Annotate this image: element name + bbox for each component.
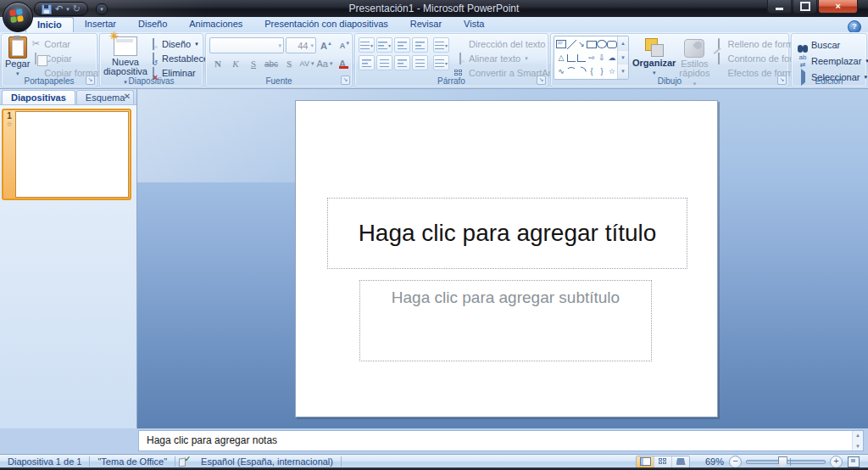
slideshow-icon: [676, 458, 686, 465]
align-center-button[interactable]: [376, 55, 392, 70]
window-title: Presentación1 - Microsoft PowerPoint: [0, 3, 868, 14]
transition-star-icon[interactable]: ☆: [6, 120, 12, 128]
notes-scroll-down-icon[interactable]: ▼: [853, 442, 863, 450]
shape-rounded-rectangle-icon[interactable]: [607, 37, 617, 51]
align-right-button[interactable]: [394, 55, 410, 70]
bold-button[interactable]: N: [209, 56, 226, 71]
layout-button[interactable]: Diseño: [147, 37, 212, 50]
find-button[interactable]: Buscar: [797, 38, 868, 51]
tab-vista[interactable]: Vista: [453, 17, 495, 32]
paste-button[interactable]: Pegar ▾: [5, 34, 30, 78]
line-spacing-button[interactable]: ▾: [433, 37, 449, 53]
undo-icon[interactable]: ↶: [55, 3, 63, 14]
subtitle-placeholder[interactable]: Haga clic para agregar subtítulo: [359, 280, 652, 361]
italic-button[interactable]: K: [227, 56, 244, 71]
status-theme[interactable]: "Tema de Office": [90, 456, 175, 467]
fit-to-window-button[interactable]: [848, 456, 860, 467]
tab-presentacion[interactable]: Presentación con diapositivas: [253, 17, 399, 32]
zoom-slider[interactable]: [746, 460, 826, 464]
align-text-icon: [454, 53, 466, 64]
tab-diseno[interactable]: Diseño: [127, 17, 178, 32]
decrease-indent-button[interactable]: [394, 37, 410, 53]
grow-font-button[interactable]: A▲: [318, 38, 335, 53]
save-icon[interactable]: [42, 4, 52, 14]
character-spacing-button[interactable]: AV: [298, 56, 315, 71]
shapes-scroll-down-icon[interactable]: ▼: [618, 51, 628, 65]
new-slide-icon: [114, 36, 137, 56]
copy-button[interactable]: Copiar: [30, 52, 106, 64]
tab-revisar[interactable]: Revisar: [399, 17, 453, 32]
align-text-button[interactable]: Alinear texto: [454, 52, 561, 64]
bullets-button[interactable]: ▾: [359, 37, 375, 53]
justify-button[interactable]: [412, 55, 428, 70]
slide-canvas[interactable]: Haga clic para agregar título Haga clic …: [295, 100, 718, 417]
shape-rectangle-icon[interactable]: [587, 37, 597, 51]
spellcheck-icon[interactable]: [179, 457, 190, 466]
zoom-level[interactable]: 69%: [695, 456, 724, 467]
shape-down-arrow-icon[interactable]: ⇩: [597, 51, 607, 64]
status-slide-info[interactable]: Diapositiva 1 de 1: [0, 456, 89, 467]
minimize-button[interactable]: [767, 0, 792, 14]
shapes-gallery-scrollbar[interactable]: ▲ ▼ ▼: [617, 36, 628, 79]
parrafo-dialog-launcher-icon[interactable]: ↘: [537, 76, 546, 85]
shape-elbow-connector-icon[interactable]: [566, 51, 576, 64]
shape-line-icon[interactable]: [566, 37, 576, 51]
change-case-button[interactable]: Aa: [316, 56, 333, 71]
tab-animaciones[interactable]: Animaciones: [178, 17, 253, 32]
zoom-out-button[interactable]: −: [729, 456, 742, 468]
align-left-button[interactable]: [359, 55, 375, 70]
replace-button[interactable]: ab⇄ Reemplazar: [797, 54, 868, 67]
arrange-button[interactable]: Organizar ▾: [632, 34, 676, 77]
font-color-button[interactable]: A: [334, 56, 351, 70]
title-placeholder[interactable]: Haga clic para agregar título: [327, 198, 687, 269]
replace-icon: ab⇄: [797, 53, 809, 69]
shape-elbow-arrow-icon[interactable]: [576, 51, 587, 64]
reset-button[interactable]: Restablecer: [147, 52, 212, 64]
redo-icon[interactable]: ↻: [73, 3, 81, 14]
slide-thumbnail-1[interactable]: 1 ☆: [2, 109, 131, 200]
view-shortcuts: [636, 456, 690, 468]
text-shadow-button[interactable]: S: [281, 56, 298, 71]
tab-diapositivas-panel[interactable]: Diapositivas: [2, 90, 75, 104]
cut-icon: ✂: [30, 38, 42, 49]
normal-view-button[interactable]: [637, 456, 654, 467]
office-button[interactable]: [3, 2, 33, 32]
office-logo-icon: [9, 8, 25, 24]
font-name-combobox[interactable]: ▾: [209, 37, 284, 53]
dibujo-dialog-launcher-icon[interactable]: ↘: [777, 76, 787, 85]
undo-dropdown-icon[interactable]: ▾: [66, 6, 70, 13]
strikethrough-button[interactable]: abc: [263, 56, 280, 71]
shape-arrow-line-icon[interactable]: ↘: [576, 37, 587, 51]
shrink-font-button[interactable]: A▼: [337, 38, 353, 53]
shape-triangle-icon[interactable]: △: [556, 51, 566, 64]
shapes-gallery[interactable]: ↘ △ ⇨ ⇩ ☁ ∿ { }: [554, 36, 629, 80]
arrange-icon: [645, 38, 664, 57]
slide-sorter-view-button[interactable]: [654, 456, 672, 467]
shape-textbox-icon[interactable]: [556, 37, 566, 51]
underline-button[interactable]: S: [245, 56, 262, 71]
customize-qat-icon[interactable]: ▾: [96, 3, 108, 15]
columns-button[interactable]: ▾: [433, 55, 449, 70]
shapes-scroll-up-icon[interactable]: ▲: [618, 36, 628, 51]
increase-indent-button[interactable]: [412, 37, 428, 53]
notes-scrollbar[interactable]: ▲ ▼: [852, 431, 863, 450]
font-size-combobox[interactable]: 44▾: [286, 37, 316, 53]
status-language[interactable]: Español (España, internacional): [193, 456, 341, 467]
cut-button[interactable]: ✂ Cortar: [30, 37, 106, 50]
tab-insertar[interactable]: Insertar: [74, 17, 127, 32]
paste-icon: [8, 36, 27, 59]
text-direction-button[interactable]: Dirección del texto: [454, 37, 561, 50]
numbering-button[interactable]: ▾: [376, 37, 392, 53]
fuente-dialog-launcher-icon[interactable]: ↘: [341, 76, 350, 85]
panel-close-icon[interactable]: ✕: [122, 92, 132, 101]
close-button[interactable]: ×: [818, 0, 858, 14]
maximize-button[interactable]: [793, 0, 817, 14]
shape-cloud-icon[interactable]: ☁: [607, 51, 617, 64]
slideshow-view-button[interactable]: [672, 456, 689, 467]
notes-scroll-up-icon[interactable]: ▲: [853, 431, 863, 439]
zoom-in-button[interactable]: +: [830, 456, 843, 468]
shape-oval-icon[interactable]: [597, 37, 607, 51]
notes-pane[interactable]: Haga clic para agregar notas ▲ ▼: [138, 430, 864, 451]
portapapeles-dialog-launcher-icon[interactable]: ↘: [86, 76, 95, 85]
shape-right-arrow-icon[interactable]: ⇨: [587, 51, 597, 64]
